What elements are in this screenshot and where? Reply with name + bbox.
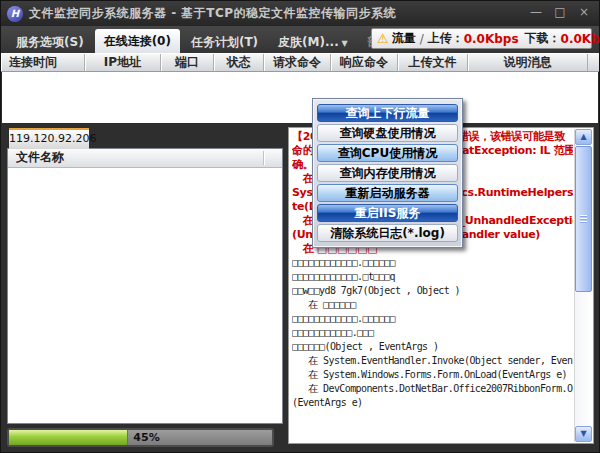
context-menu-item[interactable]: 查询硬盘使用情况 [317, 124, 458, 142]
column-header[interactable]: 状态 [214, 54, 264, 71]
upload-value: 0.0Kbps [464, 32, 519, 46]
scroll-down-button[interactable]: ▼ [575, 426, 592, 442]
scrollbar-grip-icon [580, 215, 587, 223]
log-line: □□□□□□□□□□□.□□□ [292, 326, 573, 340]
window-title: 文件监控同步系统服务器 - 基于TCP的稳定文件监控传输同步系统 [29, 5, 396, 22]
log-line: (EventArgs e) [292, 396, 573, 410]
column-header[interactable]: 说明消息 [468, 54, 588, 71]
column-header[interactable]: IP地址 [85, 54, 161, 71]
menu-tab[interactable]: 任务计划(T) [182, 31, 267, 53]
context-menu-item[interactable]: 重启IIS服务 [317, 204, 458, 222]
client-ip-tab[interactable]: 119.120.92.206 [9, 128, 89, 149]
traffic-panel: ⚠ 流量 / 上传： 0.0Kbps 下载： 0.0Kbps [371, 28, 592, 49]
close-button[interactable]: × [577, 5, 591, 19]
column-separator [263, 151, 264, 165]
title-bar: H 文件监控同步系统服务器 - 基于TCP的稳定文件监控传输同步系统 — □ × [1, 1, 599, 26]
column-header[interactable]: 上传文件 [398, 54, 468, 71]
chevron-down-icon: ▼ [339, 39, 348, 48]
app-window: H 文件监控同步系统服务器 - 基于TCP的稳定文件监控传输同步系统 — □ ×… [0, 0, 600, 453]
column-header[interactable]: 端口 [161, 54, 214, 71]
column-header[interactable]: 连接时间 [1, 54, 85, 71]
menu-tab[interactable]: 皮肤(M)... ▼ [269, 31, 357, 53]
scrollbar-thumb[interactable] [575, 146, 592, 292]
warning-icon: ⚠ [377, 32, 389, 45]
context-menu-item[interactable]: 查询上下行流量 [317, 104, 458, 122]
connections-list[interactable] [2, 72, 598, 123]
column-header[interactable]: 响应命令 [331, 54, 398, 71]
progress-fill [9, 430, 128, 445]
traffic-label: 流量 [392, 30, 416, 47]
context-menu-item[interactable]: 清除系统日志(*.log) [317, 224, 458, 242]
file-name-column-label: 文件名称 [16, 150, 64, 164]
context-menu-item[interactable]: 查询内存使用情况 [317, 164, 458, 182]
log-line: 在 System.EventHandler.Invoke(Object send… [292, 354, 573, 368]
menu-tab[interactable]: 服务选项(S) [7, 31, 93, 53]
window-controls: — □ × [529, 5, 591, 19]
minimize-button[interactable]: — [529, 5, 543, 19]
maximize-button[interactable]: □ [553, 5, 567, 19]
download-label: 下载： [525, 30, 561, 47]
progress-percent-label: 45% [133, 431, 159, 444]
scroll-up-button[interactable]: ▲ [575, 129, 592, 145]
log-line: 在 DevComponents.DotNetBar.Office2007Ribb… [292, 382, 573, 396]
vertical-scrollbar[interactable]: ▲ ▼ [574, 129, 592, 442]
log-line: 在 System.Windows.Forms.Form.OnLoad(Event… [292, 368, 573, 382]
context-menu-item[interactable]: 重新启动服务器 [317, 184, 458, 202]
column-header[interactable]: 请求命令 [264, 54, 331, 71]
context-menu-item[interactable]: 查询CPU使用情况 [317, 144, 458, 162]
log-line: □□□□□□(Object , EventArgs ) [292, 340, 573, 354]
connections-header: 连接时间IP地址端口状态请求命令响应命令上传文件说明消息 [1, 53, 599, 72]
app-icon: H [7, 6, 23, 22]
log-line: □□□□□□□□□□□□.□□□□□□ [292, 256, 573, 270]
upload-label: 上传： [428, 30, 464, 47]
log-line: □□□□□□□□□□□□.□□□□□□ [292, 312, 573, 326]
log-line: □□w□□yd8 7gk7(Object , Object ) [292, 284, 573, 298]
log-line: 在 □□□□□□ [292, 298, 573, 312]
progress-bar: 45% [7, 428, 274, 447]
traffic-separator: / [420, 32, 424, 46]
file-list[interactable]: 文件名称 [7, 148, 283, 424]
menu-tab[interactable]: 在线连接(0) [95, 29, 180, 53]
log-line: □□□□□□□□□□□□.□t□□□q [292, 270, 573, 284]
file-list-header[interactable]: 文件名称 [8, 149, 282, 168]
context-menu: 查询上下行流量查询硬盘使用情况查询CPU使用情况查询内存使用情况重新启动服务器重… [312, 98, 463, 248]
download-value: 0.0Kbps [561, 32, 600, 46]
